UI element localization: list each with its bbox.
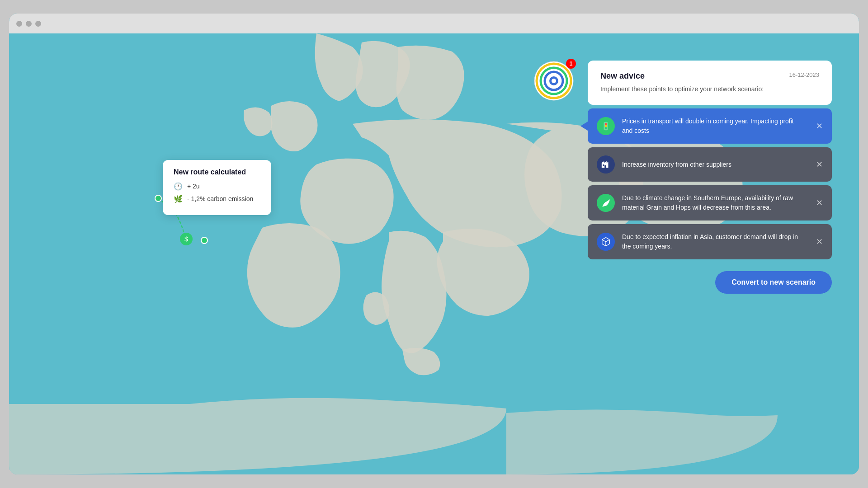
notification-badge: 1 bbox=[566, 59, 576, 69]
alert-text-transport: Prices in transport will double in comin… bbox=[622, 117, 804, 136]
alert-icon-package bbox=[597, 233, 615, 251]
map-area: $ New route calculated 🕐 + 2u 🌿 - 1,2% c… bbox=[9, 33, 859, 474]
window-dot-1 bbox=[16, 21, 22, 27]
alert-item-inventory: Increase inventory from other suppliers … bbox=[588, 147, 832, 182]
alert-item-climate: Due to climate change in Southern Europe… bbox=[588, 185, 832, 221]
route-tooltip: New route calculated 🕐 + 2u 🌿 - 1,2% car… bbox=[163, 160, 271, 215]
alert-icon-factory bbox=[597, 155, 615, 174]
advice-body: Implement these points to optimize your … bbox=[600, 84, 764, 94]
alert-text-inflation: Due to expected inflation in Asia, custo… bbox=[622, 232, 804, 251]
svg-point-11 bbox=[605, 123, 607, 125]
svg-point-9 bbox=[552, 79, 556, 83]
svg-text:$: $ bbox=[184, 235, 188, 243]
convert-button[interactable]: Convert to new scenario bbox=[715, 271, 832, 294]
svg-point-1 bbox=[201, 237, 208, 244]
right-panel: New advice Implement these points to opt… bbox=[588, 61, 832, 294]
titlebar bbox=[9, 14, 859, 33]
route-stat-time: 🕐 + 2u bbox=[174, 182, 260, 191]
clock-icon: 🕐 bbox=[174, 182, 183, 191]
svg-rect-15 bbox=[603, 164, 604, 166]
svg-point-12 bbox=[605, 125, 607, 127]
window-dot-2 bbox=[26, 21, 32, 27]
app-window: $ New route calculated 🕐 + 2u 🌿 - 1,2% c… bbox=[9, 14, 859, 474]
alert-close-3[interactable]: ✕ bbox=[816, 198, 823, 208]
route-tooltip-title: New route calculated bbox=[174, 168, 260, 176]
svg-point-13 bbox=[605, 127, 607, 129]
advice-card: New advice Implement these points to opt… bbox=[588, 61, 832, 105]
alert-icon-leaf bbox=[597, 194, 615, 212]
alert-item-transport: Prices in transport will double in comin… bbox=[588, 108, 832, 144]
alert-arrow bbox=[580, 122, 588, 131]
alert-item-inflation: Due to expected inflation in Asia, custo… bbox=[588, 224, 832, 259]
svg-point-0 bbox=[155, 195, 161, 202]
advice-date: 16-12-2023 bbox=[789, 71, 820, 78]
alert-text-climate: Due to climate change in Southern Europe… bbox=[622, 193, 804, 212]
advice-content: New advice Implement these points to opt… bbox=[600, 71, 764, 94]
svg-rect-14 bbox=[604, 165, 606, 168]
alert-close-4[interactable]: ✕ bbox=[816, 237, 823, 247]
alert-icon-traffic bbox=[597, 117, 615, 135]
window-dot-3 bbox=[35, 21, 41, 27]
leaf-icon: 🌿 bbox=[174, 194, 183, 203]
alert-close-2[interactable]: ✕ bbox=[816, 160, 823, 169]
route-stat-carbon: 🌿 - 1,2% carbon emission bbox=[174, 194, 260, 203]
advice-title: New advice bbox=[600, 71, 764, 81]
alert-close-1[interactable]: ✕ bbox=[816, 121, 823, 131]
alert-text-inventory: Increase inventory from other suppliers bbox=[622, 160, 804, 169]
logo-container[interactable]: 1 bbox=[533, 61, 574, 101]
